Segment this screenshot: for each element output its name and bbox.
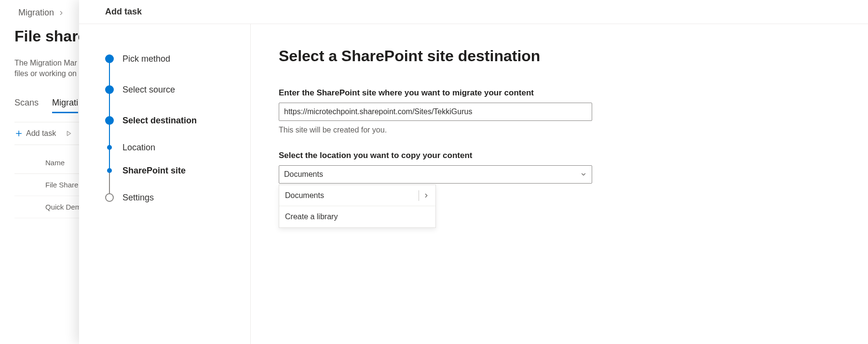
- step-label: Settings: [122, 193, 154, 203]
- step-dot-icon: [105, 193, 114, 202]
- step-dot-icon: [105, 54, 114, 63]
- chevron-right-icon: [419, 190, 430, 201]
- option-label: Create a library: [285, 212, 338, 221]
- step-dot-icon: [105, 116, 114, 125]
- step-label: Select destination: [122, 116, 197, 126]
- chevron-right-icon: [58, 10, 65, 16]
- dropdown-option-documents[interactable]: Documents: [279, 185, 435, 206]
- breadcrumb-label: Migration: [18, 8, 54, 18]
- step-select-destination[interactable]: Select destination: [105, 105, 241, 136]
- site-help-text: This site will be created for you.: [279, 126, 599, 134]
- step-select-source[interactable]: Select source: [105, 74, 241, 105]
- site-url-label: Enter the SharePoint site where you want…: [279, 88, 599, 98]
- add-task-panel: Add task Pick method Select source Selec…: [79, 0, 868, 344]
- step-pick-method[interactable]: Pick method: [105, 43, 241, 74]
- location-dropdown: Documents Create a library: [279, 185, 436, 228]
- column-name: Name: [45, 159, 65, 167]
- step-label: SharePoint site: [122, 166, 186, 176]
- add-task-button[interactable]: Add task: [14, 129, 56, 138]
- step-subdot-icon: [107, 145, 112, 150]
- tab-migrations[interactable]: Migrati: [52, 94, 78, 113]
- chevron-down-icon: [580, 171, 587, 178]
- step-label: Pick method: [122, 54, 170, 64]
- plus-icon: [14, 129, 23, 138]
- panel-title: Add task: [79, 0, 868, 24]
- step-label: Location: [122, 143, 155, 153]
- row-name: File Share: [45, 181, 78, 189]
- step-label: Select source: [122, 85, 175, 95]
- option-label: Documents: [285, 191, 324, 200]
- stepper: Pick method Select source Select destina…: [79, 24, 251, 344]
- site-url-input[interactable]: https://microtechpoint.sharepoint.com/Si…: [279, 103, 592, 121]
- add-task-label: Add task: [26, 129, 56, 138]
- location-selected-value: Documents: [284, 170, 323, 179]
- step-sharepoint-site[interactable]: SharePoint site: [105, 159, 241, 182]
- site-url-value: https://microtechpoint.sharepoint.com/Si…: [284, 107, 472, 116]
- step-settings[interactable]: Settings: [105, 182, 241, 213]
- dropdown-option-create-library[interactable]: Create a library: [279, 206, 435, 227]
- step-dot-icon: [105, 85, 114, 94]
- step-subdot-icon: [107, 168, 112, 173]
- tab-scans[interactable]: Scans: [14, 94, 39, 113]
- form-area: Select a SharePoint site destination Ent…: [251, 24, 627, 344]
- location-select[interactable]: Documents: [279, 165, 592, 184]
- form-heading: Select a SharePoint site destination: [279, 47, 599, 65]
- row-name: Quick Dem: [45, 203, 81, 211]
- step-location[interactable]: Location: [105, 136, 241, 159]
- play-icon[interactable]: [65, 130, 72, 137]
- location-label: Select the location you want to copy you…: [279, 151, 599, 160]
